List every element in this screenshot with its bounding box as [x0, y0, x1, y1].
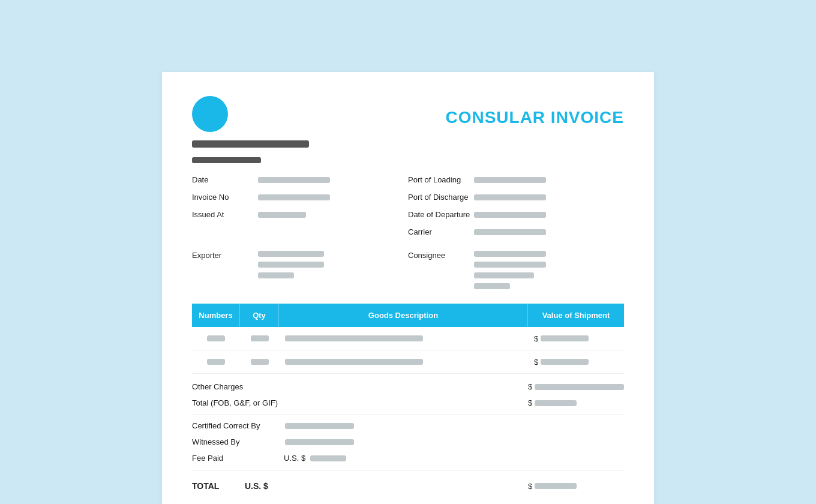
- qty-placeholder-2: [251, 359, 269, 365]
- total-fob-row: Total (FOB, G&F, or GIF) $: [192, 398, 624, 407]
- company-logo: [192, 96, 228, 132]
- total-label: TOTAL: [192, 481, 240, 491]
- exporter-label: Exporter: [192, 251, 258, 260]
- dollar-sign-total: $: [528, 482, 532, 491]
- consignee-label: Consignee: [408, 251, 474, 260]
- port-loading-field-row: Port of Loading: [408, 175, 624, 184]
- table-header: Numbers Qty Goods Description Value of S…: [192, 304, 624, 327]
- footer-rows: Other Charges $ Total (FOB, G&F, or GIF)…: [192, 382, 624, 491]
- total-fob-placeholder: [535, 400, 577, 406]
- divider-2: [192, 470, 624, 470]
- fee-paid-row: Fee Paid U.S. $: [192, 454, 624, 463]
- consignee-line2: [474, 262, 546, 268]
- date-departure-value: [474, 212, 546, 218]
- col-header-numbers: Numbers: [192, 304, 240, 327]
- cell-desc-1: [279, 333, 528, 344]
- col-header-qty: Qty: [240, 304, 279, 327]
- dollar-sign-1: $: [534, 334, 538, 343]
- date-label: Date: [192, 175, 258, 184]
- exporter-section: Exporter: [192, 251, 408, 292]
- divider: [192, 415, 624, 415]
- exporter-lines: [258, 251, 324, 278]
- exporter-row: Exporter: [192, 251, 408, 278]
- port-discharge-field-row: Port of Discharge: [408, 193, 624, 202]
- company-name-line2: [192, 157, 261, 163]
- port-discharge-label: Port of Discharge: [408, 193, 474, 202]
- fields-section: Date Invoice No Issued At Port of Loadin…: [192, 175, 624, 245]
- other-charges-label: Other Charges: [192, 382, 312, 391]
- port-loading-label: Port of Loading: [408, 175, 474, 184]
- dollar-sign-fob: $: [528, 398, 532, 407]
- table-row: $: [192, 327, 624, 350]
- consignee-row: Consignee: [408, 251, 624, 289]
- desc-placeholder-2: [285, 359, 423, 365]
- desc-placeholder-1: [285, 335, 423, 341]
- witnessed-value: [285, 439, 354, 445]
- exporter-consignee-section: Exporter Consignee: [192, 251, 624, 292]
- total-usd-label: U.S. $: [245, 481, 268, 491]
- date-departure-field-row: Date of Departure: [408, 210, 624, 219]
- dollar-sign-2: $: [534, 358, 538, 367]
- col-header-value: Value of Shipment: [528, 304, 624, 327]
- cell-value-2: $: [528, 358, 624, 367]
- table-row: $: [192, 350, 624, 374]
- total-value: $: [528, 482, 624, 491]
- port-discharge-value: [474, 194, 546, 200]
- consignee-section: Consignee: [408, 251, 624, 292]
- number-placeholder-1: [207, 335, 225, 341]
- other-charges-value: $: [528, 382, 624, 391]
- exporter-line1: [258, 251, 324, 257]
- carrier-field-row: Carrier: [408, 227, 624, 236]
- exporter-line2: [258, 262, 324, 268]
- issued-at-label: Issued At: [192, 210, 258, 219]
- witnessed-label: Witnessed By: [192, 437, 279, 446]
- company-name-line1: [192, 140, 309, 148]
- fee-paid-label: Fee Paid: [192, 454, 279, 463]
- witnessed-row: Witnessed By: [192, 437, 624, 446]
- consignee-line3: [474, 272, 534, 278]
- cell-number-2: [192, 359, 240, 365]
- cell-qty-2: [240, 359, 279, 365]
- value-placeholder-2: [541, 359, 589, 365]
- value-placeholder-1: [541, 335, 589, 341]
- total-fob-value: $: [528, 398, 624, 407]
- cell-number-1: [192, 335, 240, 341]
- invoice-no-value: [258, 194, 330, 200]
- exporter-line3: [258, 272, 294, 278]
- table-section: Numbers Qty Goods Description Value of S…: [192, 304, 624, 374]
- carrier-label: Carrier: [408, 227, 474, 236]
- qty-placeholder-1: [251, 335, 269, 341]
- col-header-description: Goods Description: [279, 304, 528, 327]
- date-departure-label: Date of Departure: [408, 210, 474, 219]
- consignee-lines: [474, 251, 546, 289]
- cell-value-1: $: [528, 334, 624, 343]
- other-charges-row: Other Charges $: [192, 382, 624, 391]
- consignee-line1: [474, 251, 546, 257]
- total-placeholder: [535, 483, 577, 489]
- document: CONSULAR INVOICE Date Invoice No Issued …: [162, 72, 654, 504]
- invoice-title: CONSULAR INVOICE: [445, 108, 624, 127]
- number-placeholder-2: [207, 359, 225, 365]
- invoice-no-label: Invoice No: [192, 193, 258, 202]
- cell-qty-1: [240, 335, 279, 341]
- fee-paid-value: [310, 455, 346, 461]
- total-row: TOTAL U.S. $ $: [192, 476, 624, 491]
- date-value: [258, 177, 330, 183]
- certified-label: Certified Correct By: [192, 421, 279, 430]
- fee-paid-usd: U.S. $: [284, 454, 305, 463]
- date-field-row: Date: [192, 175, 408, 184]
- consignee-line4: [474, 283, 510, 289]
- logo-area: [192, 96, 309, 163]
- carrier-value: [474, 229, 546, 235]
- cell-desc-2: [279, 356, 528, 367]
- certified-row: Certified Correct By: [192, 421, 624, 430]
- dollar-sign-other: $: [528, 382, 532, 391]
- port-loading-value: [474, 177, 546, 183]
- invoice-no-field-row: Invoice No: [192, 193, 408, 202]
- issued-at-value: [258, 212, 306, 218]
- header: CONSULAR INVOICE: [192, 96, 624, 163]
- total-fob-label: Total (FOB, G&F, or GIF): [192, 398, 312, 407]
- certified-value: [285, 423, 354, 429]
- fields-right: Port of Loading Port of Discharge Date o…: [408, 175, 624, 245]
- issued-at-field-row: Issued At: [192, 210, 408, 219]
